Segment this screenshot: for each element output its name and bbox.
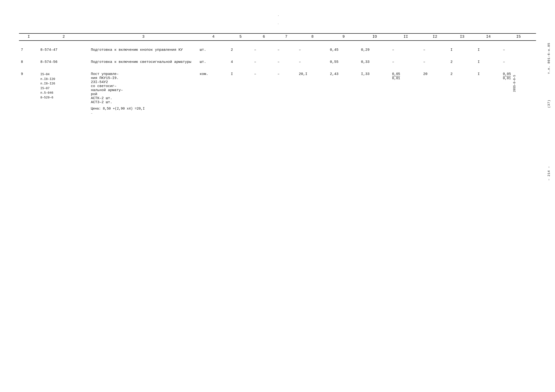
row-col13-9: 2 — [448, 65, 476, 116]
col-header-14: I4 — [476, 33, 501, 41]
row-col6-9: – — [252, 65, 276, 116]
row-unit-9: ком. — [198, 65, 229, 116]
row-id-9: 9 — [19, 65, 38, 116]
row-code-7: 8–574–47 — [38, 41, 89, 53]
row-col9-8: 0,55 — [328, 53, 359, 65]
side-label-2: (37) — [547, 100, 551, 108]
col-header-15: I5 — [501, 33, 536, 41]
side-label-4: 20SS-0-0-5 — [513, 73, 516, 92]
col-header-2: 2 — [38, 33, 89, 41]
table-header-row: I 2 3 4 5 6 7 8 9 IO II I2 I3 I4 I5 — [19, 33, 536, 41]
row-col11-num-9: 0,05 — [392, 72, 400, 76]
row-col14-9: I — [476, 65, 501, 116]
row-col12-9: 20 — [421, 65, 449, 116]
col-header-8: 8 — [297, 33, 328, 41]
row-col9-9: 2,43 — [328, 65, 359, 116]
row-id-8: 8 — [19, 53, 38, 65]
col-header-12: I2 — [421, 33, 449, 41]
row-col5-8: 4 — [229, 53, 252, 65]
row-id-7: 7 — [19, 41, 38, 53]
col-header-11: II — [390, 33, 421, 41]
row-col14-8: I — [476, 53, 501, 65]
top-dot2: – — [278, 22, 279, 25]
row-col9-7: 0,45 — [328, 41, 359, 53]
row-col7-8: – — [276, 53, 297, 65]
row-code-8: 8–574–56 — [38, 53, 89, 65]
row-col5-7: 2 — [229, 41, 252, 53]
row-col13-8: 2 — [448, 53, 476, 65]
row-desc-7: Подготовка к включению кнопок управления… — [89, 41, 198, 53]
row-col6-7: – — [252, 41, 276, 53]
col-header-5: 5 — [229, 33, 252, 41]
row-col10-9: I,33 — [359, 65, 390, 116]
col-header-7: 7 — [276, 33, 297, 41]
row-desc-text-9: Пост управле–ния ПКУ15–I9.23I–54У2со све… — [91, 72, 123, 104]
row-col11-den-9: 0,01 — [392, 76, 400, 80]
row-col8-9: 20,I — [297, 65, 328, 116]
row-col7-7: – — [276, 41, 297, 53]
row-col11-7: – — [390, 41, 421, 53]
table-row: 9 I5–04п.I8–I20п.I8–I26I5–07п.5–0468–529… — [19, 65, 536, 116]
table-row: 7 8–574–47 Подготовка к включению кнопок… — [19, 41, 536, 53]
row-col11-9: 0,05 0,01 — [390, 65, 421, 116]
col-header-4: 4 — [198, 33, 229, 41]
row-desc-text-7: Подготовка к включению кнопок управления… — [91, 48, 183, 52]
row-desc-8: Подготовка к включению светосигнальной а… — [89, 53, 198, 65]
row-col8-7: – — [297, 41, 328, 53]
row-col5-9: I — [229, 65, 252, 116]
col-header-10: IO — [359, 33, 390, 41]
row-col15-9: 0,05 0,01 20SS-0-0-5 — [501, 65, 536, 116]
row-col15-den-9: 0,01 — [503, 76, 511, 80]
row-col11-fraction-9: 0,05 0,01 — [392, 72, 400, 80]
row-code-9: I5–04п.I8–I20п.I8–I26I5–07п.5–0468–529–6 — [38, 65, 89, 116]
col-header-13: I3 — [448, 33, 476, 41]
row-col15-8: – — [501, 53, 536, 65]
row-unit-8: шт. — [198, 53, 229, 65]
page: · – т.п. 801-6-н.85 (37) – 214 – I 2 — [0, 0, 555, 392]
row-col10-8: 0,33 — [359, 53, 390, 65]
row-col15-fraction-9: 0,05 0,01 — [503, 72, 511, 80]
row-col13-7: I — [448, 41, 476, 53]
row-unit-7: шт. — [198, 41, 229, 53]
row-col12-7: – — [421, 41, 449, 53]
col-header-3: 3 — [89, 33, 198, 41]
row-col11-8: – — [390, 53, 421, 65]
side-label-3: – 214 – — [547, 166, 551, 181]
row-code-lines-9: I5–04п.I8–I20п.I8–I26I5–07п.5–0468–529–6 — [40, 72, 55, 99]
col-header-9: 9 — [328, 33, 359, 41]
side-label-1: т.п. 801-6-н.85 — [547, 43, 551, 74]
row-desc-9: Пост управле–ния ПКУ15–I9.23I–54У2со све… — [89, 65, 198, 116]
row-col14-7: I — [476, 41, 501, 53]
row-col15-7: – — [501, 41, 536, 53]
row-desc-text-8: Подготовка к включению светосигнальной а… — [91, 60, 191, 64]
row-col10-7: 0,29 — [359, 41, 390, 53]
col-header-6: 6 — [252, 33, 276, 41]
row-col6-8: – — [252, 53, 276, 65]
row-col15-num-9: 0,05 — [503, 72, 511, 76]
row-col8-8: – — [297, 53, 328, 65]
col-header-1: I — [19, 33, 38, 41]
row-bottom-dash-9: – — [91, 112, 196, 115]
top-dot: · — [278, 14, 279, 18]
row-col12-8: – — [421, 53, 449, 65]
main-table: I 2 3 4 5 6 7 8 9 IO II I2 I3 I4 I5 7 8–… — [19, 33, 536, 116]
row-price-note-9: Цена: 8,50 +(2,90 х4) =20,I — [91, 107, 196, 111]
row-col7-9: – — [276, 65, 297, 116]
table-row: 8 8–574–56 Подготовка к включению светос… — [19, 53, 536, 65]
